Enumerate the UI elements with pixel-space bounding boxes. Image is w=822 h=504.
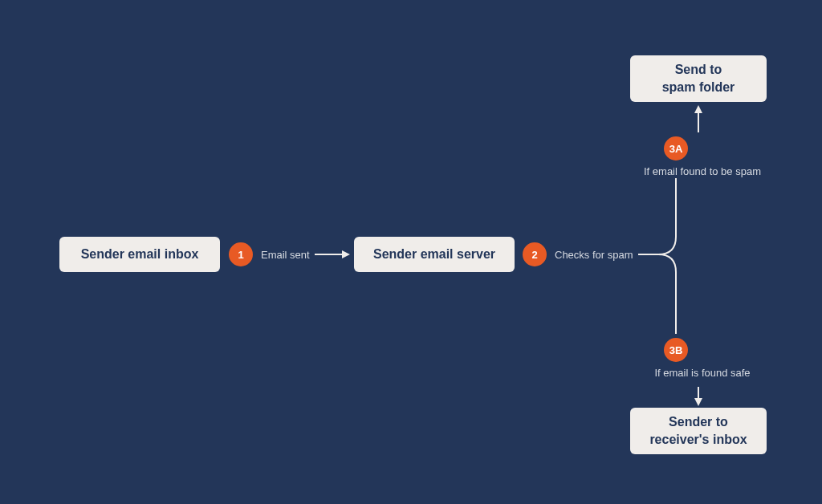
arrow-down-icon bbox=[691, 387, 706, 406]
label-step-3a: If email found to be spam bbox=[638, 165, 767, 177]
badge-step-3b-text: 3B bbox=[669, 344, 683, 356]
svg-marker-5 bbox=[694, 398, 702, 406]
arrow-up-icon bbox=[691, 105, 706, 132]
node-receiver-inbox-text: Sender to receiver's inbox bbox=[649, 413, 747, 448]
badge-step-3a-text: 3A bbox=[669, 143, 683, 155]
svg-marker-3 bbox=[694, 105, 702, 113]
node-receiver-inbox: Sender to receiver's inbox bbox=[630, 408, 767, 454]
label-step-3b: If email is found safe bbox=[642, 367, 763, 379]
badge-step-3b: 3B bbox=[664, 338, 688, 362]
node-spam-folder-text: Send to spam folder bbox=[662, 61, 735, 96]
badge-step-3a: 3A bbox=[664, 136, 688, 161]
node-spam-folder: Send to spam folder bbox=[630, 55, 767, 102]
